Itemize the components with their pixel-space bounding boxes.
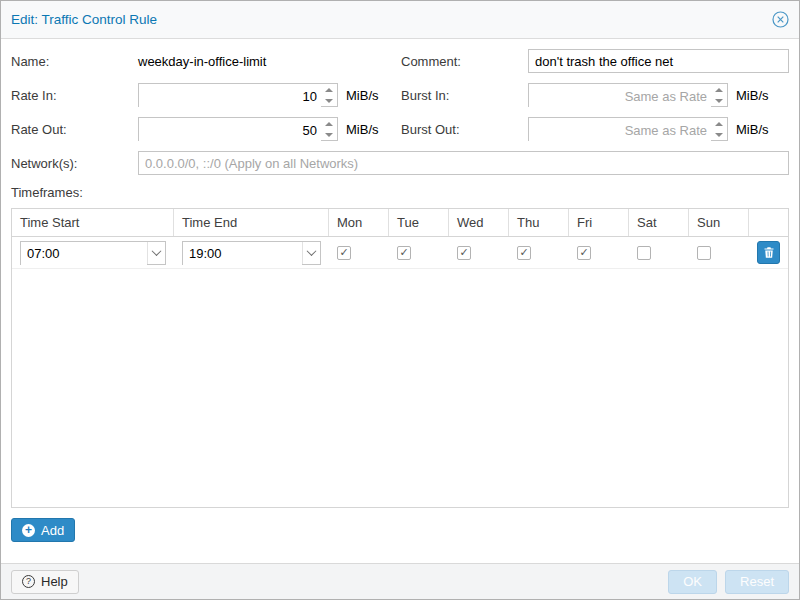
column-header-sun[interactable]: Sun: [689, 209, 749, 236]
checkbox-mon[interactable]: [337, 246, 351, 260]
time-start-combo[interactable]: [20, 241, 166, 265]
networks-input[interactable]: [138, 151, 789, 175]
dialog-edit-traffic-control-rule: Edit: Traffic Control Rule Name: weekday…: [0, 0, 800, 600]
trash-icon: [763, 246, 775, 259]
burst-out-label: Burst Out:: [401, 122, 528, 137]
rate-in-field[interactable]: [138, 83, 338, 107]
comment-label: Comment:: [401, 54, 528, 69]
checkbox-sun[interactable]: [697, 246, 711, 260]
dialog-title: Edit: Traffic Control Rule: [11, 12, 157, 27]
burst-out-spinner-up-icon[interactable]: [711, 118, 727, 129]
checkbox-thu[interactable]: [517, 246, 531, 260]
burst-in-spinner-down-icon[interactable]: [711, 95, 727, 106]
add-button[interactable]: Add: [11, 518, 75, 542]
rate-out-field[interactable]: [138, 117, 338, 141]
rate-in-label: Rate In:: [11, 88, 138, 103]
column-header-wed[interactable]: Wed: [449, 209, 509, 236]
time-end-input[interactable]: [183, 242, 302, 266]
burst-in-input[interactable]: [529, 84, 711, 108]
column-header-actions: [749, 209, 788, 236]
chevron-down-icon[interactable]: [147, 242, 165, 264]
checkbox-wed[interactable]: [457, 246, 471, 260]
timeframe-row: [12, 237, 788, 269]
column-header-thu[interactable]: Thu: [509, 209, 569, 236]
question-circle-icon: [22, 575, 35, 588]
rate-in-spinner-down-icon[interactable]: [321, 95, 337, 106]
dialog-footer: Help OK Reset: [1, 563, 799, 599]
rate-out-label: Rate Out:: [11, 122, 138, 137]
rate-in-input[interactable]: [139, 84, 321, 108]
burst-in-spinner-up-icon[interactable]: [711, 84, 727, 95]
column-header-fri[interactable]: Fri: [569, 209, 629, 236]
burst-out-unit: MiB/s: [736, 122, 769, 137]
rate-in-unit: MiB/s: [346, 88, 379, 103]
time-start-input[interactable]: [21, 242, 147, 266]
reset-button[interactable]: Reset: [725, 570, 789, 594]
titlebar: Edit: Traffic Control Rule: [1, 1, 799, 39]
plus-circle-icon: [22, 524, 35, 537]
column-header-time-end[interactable]: Time End: [174, 209, 329, 236]
delete-row-button[interactable]: [757, 241, 780, 264]
burst-in-field[interactable]: [528, 83, 728, 107]
timeframes-grid: Time Start Time End Mon Tue Wed Thu Fri …: [11, 208, 789, 508]
help-button-label: Help: [41, 574, 68, 589]
timeframes-label: Timeframes:: [11, 185, 789, 200]
chevron-down-icon[interactable]: [302, 242, 320, 264]
column-header-tue[interactable]: Tue: [389, 209, 449, 236]
comment-input[interactable]: [528, 49, 789, 73]
name-value: weekday-in-office-limit: [138, 54, 266, 69]
burst-out-input[interactable]: [529, 118, 711, 142]
dialog-body: Name: weekday-in-office-limit Comment: R…: [1, 39, 799, 563]
rate-out-unit: MiB/s: [346, 122, 379, 137]
rate-out-input[interactable]: [139, 118, 321, 142]
column-header-mon[interactable]: Mon: [329, 209, 389, 236]
close-icon[interactable]: [771, 11, 789, 29]
help-button[interactable]: Help: [11, 570, 79, 594]
networks-label: Network(s):: [11, 156, 138, 171]
burst-in-unit: MiB/s: [736, 88, 769, 103]
add-button-label: Add: [41, 523, 64, 538]
checkbox-tue[interactable]: [397, 246, 411, 260]
timeframes-grid-header: Time Start Time End Mon Tue Wed Thu Fri …: [12, 209, 788, 237]
timeframes-empty-area: [12, 269, 788, 507]
column-header-sat[interactable]: Sat: [629, 209, 689, 236]
rate-out-spinner-up-icon[interactable]: [321, 118, 337, 129]
burst-out-field[interactable]: [528, 117, 728, 141]
name-label: Name:: [11, 54, 138, 69]
rate-out-spinner-down-icon[interactable]: [321, 129, 337, 140]
checkbox-fri[interactable]: [577, 246, 591, 260]
ok-button[interactable]: OK: [668, 570, 717, 594]
burst-in-label: Burst In:: [401, 88, 528, 103]
time-end-combo[interactable]: [182, 241, 321, 265]
rate-in-spinner-up-icon[interactable]: [321, 84, 337, 95]
column-header-time-start[interactable]: Time Start: [12, 209, 174, 236]
burst-out-spinner-down-icon[interactable]: [711, 129, 727, 140]
checkbox-sat[interactable]: [637, 246, 651, 260]
